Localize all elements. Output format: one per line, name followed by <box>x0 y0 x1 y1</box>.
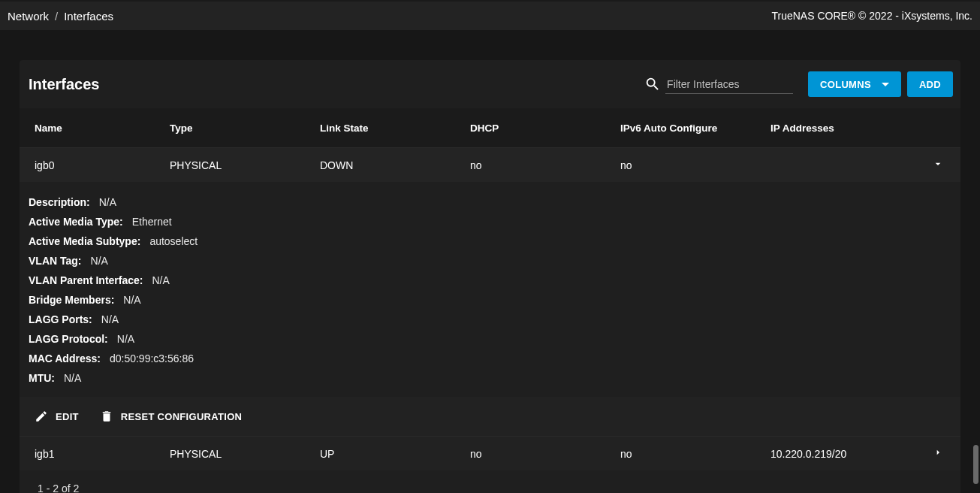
chevron-down-icon <box>932 158 944 170</box>
detail-label-mac: MAC Address: <box>29 350 101 367</box>
search-icon <box>644 76 661 92</box>
cell-link-state: UP <box>314 448 464 460</box>
pagination-summary: 1 - 2 of 2 <box>20 470 960 493</box>
table-row[interactable]: igb0 PHYSICAL DOWN no no <box>20 147 960 182</box>
column-header-link-state[interactable]: Link State <box>314 122 464 134</box>
column-header-dhcp[interactable]: DHCP <box>464 122 614 134</box>
detail-value-mac: d0:50:99:c3:56:86 <box>110 350 194 367</box>
dropdown-arrow-icon <box>882 83 889 86</box>
breadcrumb: Network / Interfaces <box>8 10 113 23</box>
columns-button[interactable]: COLUMNS <box>808 71 901 97</box>
cell-type: PHYSICAL <box>164 448 314 460</box>
expand-toggle[interactable] <box>915 446 960 461</box>
detail-value-lagg-ports: N/A <box>101 311 119 328</box>
detail-label-active-media-subtype: Active Media Subtype: <box>29 233 140 250</box>
column-header-ipv6[interactable]: IPv6 Auto Configure <box>614 122 764 134</box>
chevron-right-icon <box>932 446 944 458</box>
detail-label-vlan-parent: VLAN Parent Interface: <box>29 272 143 289</box>
cell-dhcp: no <box>464 448 614 460</box>
detail-value-description: N/A <box>99 194 116 210</box>
card-header: Interfaces COLUMNS ADD <box>20 60 960 108</box>
cell-ip: 10.220.0.219/20 <box>764 448 915 460</box>
breadcrumb-current: Interfaces <box>64 10 113 23</box>
breadcrumb-separator: / <box>55 10 58 23</box>
cell-type: PHYSICAL <box>164 159 314 171</box>
detail-value-active-media-type: Ethernet <box>132 213 172 230</box>
cell-name: igb1 <box>20 448 164 460</box>
detail-label-vlan-tag: VLAN Tag: <box>29 253 82 269</box>
search-box <box>644 75 793 94</box>
cell-name: igb0 <box>20 159 164 171</box>
detail-label-lagg-protocol: LAGG Protocol: <box>29 331 108 347</box>
trash-icon <box>100 410 113 423</box>
columns-button-label: COLUMNS <box>820 79 871 90</box>
reset-configuration-button[interactable]: RESET CONFIGURATION <box>100 410 242 423</box>
column-header-type[interactable]: Type <box>164 122 314 134</box>
row-actions: EDIT RESET CONFIGURATION <box>20 397 960 436</box>
expand-toggle[interactable] <box>915 158 960 172</box>
add-button[interactable]: ADD <box>907 71 953 97</box>
add-button-label: ADD <box>919 79 941 90</box>
scrollbar-thumb[interactable] <box>973 445 978 484</box>
edit-button-label: EDIT <box>56 411 79 422</box>
interfaces-card: Interfaces COLUMNS ADD Name Type Link St… <box>20 60 960 493</box>
edit-button[interactable]: EDIT <box>35 410 79 423</box>
detail-value-bridge-members: N/A <box>123 292 140 308</box>
search-input[interactable] <box>665 75 793 94</box>
row-details: Description:N/A Active Media Type:Ethern… <box>20 182 960 397</box>
top-bar: Network / Interfaces TrueNAS CORE® © 202… <box>0 0 980 30</box>
breadcrumb-root[interactable]: Network <box>8 10 49 23</box>
table-header: Name Type Link State DHCP IPv6 Auto Conf… <box>20 108 960 147</box>
pencil-icon <box>35 410 48 423</box>
detail-value-vlan-parent: N/A <box>152 272 169 289</box>
detail-value-vlan-tag: N/A <box>91 253 108 269</box>
detail-label-active-media-type: Active Media Type: <box>29 213 123 230</box>
branding-text: TrueNAS CORE® © 2022 - iXsystems, Inc. <box>771 10 972 22</box>
cell-link-state: DOWN <box>314 159 464 171</box>
column-header-name[interactable]: Name <box>20 122 164 134</box>
detail-label-bridge-members: Bridge Members: <box>29 292 114 308</box>
detail-value-lagg-protocol: N/A <box>117 331 134 347</box>
reset-button-label: RESET CONFIGURATION <box>121 411 242 422</box>
detail-label-description: Description: <box>29 194 90 210</box>
cell-ipv6: no <box>614 159 764 171</box>
table-row[interactable]: igb1 PHYSICAL UP no no 10.220.0.219/20 <box>20 436 960 470</box>
cell-ipv6: no <box>614 448 764 460</box>
content-area: Interfaces COLUMNS ADD Name Type Link St… <box>0 30 980 493</box>
detail-label-lagg-ports: LAGG Ports: <box>29 311 92 328</box>
detail-label-mtu: MTU: <box>29 370 55 386</box>
column-header-ip[interactable]: IP Addresses <box>764 122 915 134</box>
detail-value-active-media-subtype: autoselect <box>149 233 198 250</box>
detail-value-mtu: N/A <box>64 370 81 386</box>
cell-dhcp: no <box>464 159 614 171</box>
page-title: Interfaces <box>29 76 644 93</box>
